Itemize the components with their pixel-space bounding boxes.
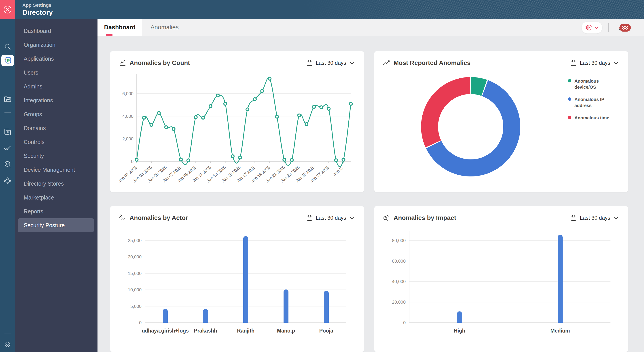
svg-text:High: High <box>454 328 465 334</box>
most-reported-donut-chart <box>418 74 523 179</box>
card-anomalies-by-actor: Anomalies by Actor Last 30 days 05,00010… <box>110 206 364 352</box>
directory-logo <box>3 56 12 65</box>
search-icon[interactable] <box>4 43 12 51</box>
svg-text:25,000: 25,000 <box>128 238 142 243</box>
anomalies-count-chart: 02,0004,0006,000Jun 01 2025Jun 03 2025Ju… <box>116 72 364 198</box>
legend-label: Anomalous time <box>574 115 614 121</box>
rail-divider <box>4 112 11 113</box>
legend-label: Anomalous device/OS <box>574 78 614 90</box>
card-title: Anomalies by Count <box>130 59 306 67</box>
topbar-divider <box>608 23 609 32</box>
legend-item: Anomalous IP address <box>568 96 624 109</box>
close-icon <box>3 5 12 15</box>
legend-item: Anomalous time <box>568 115 624 121</box>
date-range-label: Last 30 days <box>316 60 346 66</box>
people-network-icon[interactable] <box>4 176 12 184</box>
legend-label: Anomalous IP address <box>574 96 614 109</box>
speed-play-icon <box>585 24 592 31</box>
double-check-icon[interactable] <box>4 144 12 152</box>
audit-search-icon[interactable] <box>4 160 12 168</box>
rail-divider <box>4 333 11 333</box>
tag-check-icon[interactable] <box>4 340 12 349</box>
chevron-down-icon <box>613 215 619 221</box>
sidebar-item-dashboard[interactable]: Dashboard <box>15 24 98 38</box>
svg-text:20,000: 20,000 <box>392 300 406 304</box>
svg-text:2,000: 2,000 <box>122 136 134 141</box>
sidebar-item-reports[interactable]: Reports <box>15 205 98 218</box>
calendar-icon <box>306 215 313 221</box>
sidebar-item-device-management[interactable]: Device Management <box>15 163 98 177</box>
sidebar-item-directory-stores[interactable]: Directory Stores <box>15 177 98 191</box>
svg-text:20,000: 20,000 <box>128 254 142 259</box>
rail-divider <box>4 80 11 80</box>
svg-text:4,000: 4,000 <box>122 114 134 119</box>
date-range-dropdown[interactable]: Last 30 days <box>570 215 619 221</box>
sidebar-item-users[interactable]: Users <box>15 66 98 80</box>
organization-folder-icon[interactable] <box>4 95 12 103</box>
sidebar-item-security[interactable]: Security <box>15 149 98 163</box>
shared-docs-icon[interactable] <box>4 128 12 136</box>
legend-dot <box>568 79 571 82</box>
quick-actions-button[interactable] <box>582 22 602 34</box>
date-range-label: Last 30 days <box>316 215 346 221</box>
anomalies-impact-chart: 020,00040,00060,00080,000HighMedium <box>380 224 628 349</box>
sidebar-item-admins[interactable]: Admins <box>15 80 98 93</box>
calendar-icon <box>306 60 313 66</box>
card-title: Anomalies by Impact <box>394 214 570 222</box>
svg-text:Ranjith: Ranjith <box>237 328 254 334</box>
svg-text:60,000: 60,000 <box>392 259 406 264</box>
icon-rail <box>0 19 15 352</box>
date-range-dropdown[interactable]: Last 30 days <box>570 60 619 66</box>
card-anomalies-by-impact: Anomalies by Impact Last 30 days 020,000… <box>374 206 628 352</box>
close-button[interactable] <box>0 0 15 19</box>
sidebar-item-marketplace[interactable]: Marketplace <box>15 191 98 205</box>
actor-icon <box>119 214 126 222</box>
trend-icon <box>383 59 390 67</box>
svg-text:Mano.p: Mano.p <box>277 328 295 334</box>
directory-app-icon[interactable] <box>1 55 14 66</box>
date-range-label: Last 30 days <box>580 60 610 66</box>
app-settings-label: App Settings <box>22 3 53 8</box>
svg-text:5,000: 5,000 <box>130 304 142 309</box>
svg-text:80,000: 80,000 <box>392 238 406 243</box>
tab-dashboard[interactable]: Dashboard <box>98 19 142 36</box>
legend-item: Anomalous device/OS <box>568 78 624 90</box>
svg-text:15,000: 15,000 <box>128 271 142 276</box>
chevron-down-icon <box>594 25 599 30</box>
line-chart-icon <box>119 59 126 67</box>
sidebar-item-integrations[interactable]: Integrations <box>15 93 98 107</box>
svg-text:0: 0 <box>131 159 134 164</box>
sidebar-item-controls[interactable]: Controls <box>15 135 98 149</box>
svg-text:0: 0 <box>403 320 406 325</box>
card-title: Anomalies by Actor <box>130 214 306 222</box>
sidebar-item-security-posture[interactable]: Security Posture <box>18 218 94 232</box>
date-range-dropdown[interactable]: Last 30 days <box>306 215 355 221</box>
notifications-button[interactable]: 88 <box>614 21 630 34</box>
legend-dot <box>568 97 571 101</box>
svg-text:Prakashh: Prakashh <box>194 328 217 334</box>
calendar-icon <box>570 215 577 221</box>
svg-text:udhaya.girish+logs: udhaya.girish+logs <box>142 328 189 334</box>
card-title: Most Reported Anomalies <box>394 59 570 67</box>
donut-legend: Anomalous device/OS Anomalous IP address… <box>568 78 624 127</box>
svg-text:Medium: Medium <box>550 328 570 334</box>
sidebar-item-organization[interactable]: Organization <box>15 38 98 52</box>
sidebar-item-groups[interactable]: Groups <box>15 107 98 121</box>
legend-dot <box>568 116 571 119</box>
card-most-reported-anomalies: Most Reported Anomalies Last 30 days Ano… <box>374 51 628 192</box>
date-range-label: Last 30 days <box>580 215 610 221</box>
sidebar-item-domains[interactable]: Domains <box>15 121 98 135</box>
top-header: App Settings Directory <box>0 0 644 19</box>
calendar-icon <box>570 60 577 66</box>
chevron-down-icon <box>349 215 355 221</box>
tab-anomalies[interactable]: Anomalies <box>142 19 187 36</box>
tab-bar: Dashboard Anomalies 88 <box>98 19 644 36</box>
sidebar-nav: Dashboard Organization Applications User… <box>15 19 98 352</box>
date-range-dropdown[interactable]: Last 30 days <box>306 60 355 66</box>
anomalies-actor-chart: 05,00010,00015,00020,00025,000udhaya.gir… <box>116 224 364 349</box>
card-anomalies-by-count: Anomalies by Count Last 30 days 02,0004,… <box>110 51 364 192</box>
chevron-down-icon <box>349 60 355 66</box>
svg-text:6,000: 6,000 <box>122 91 134 96</box>
svg-text:10,000: 10,000 <box>128 287 142 292</box>
sidebar-item-applications[interactable]: Applications <box>15 52 98 66</box>
